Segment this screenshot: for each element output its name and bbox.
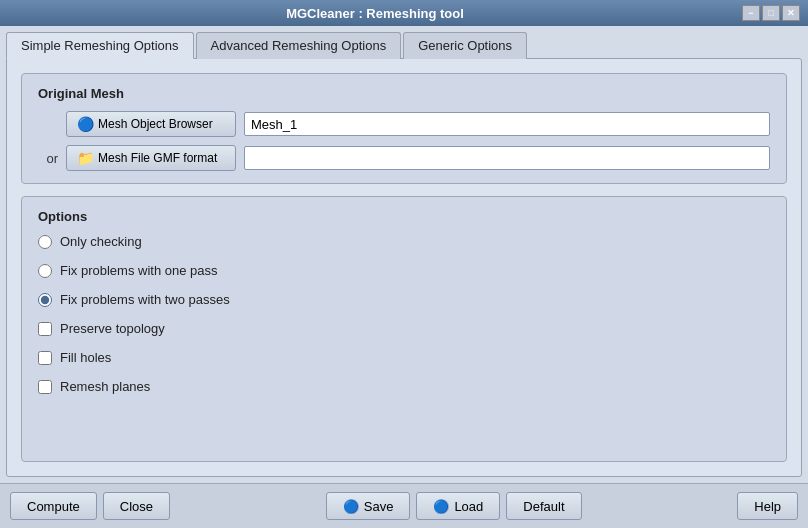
check-remesh-planes-input[interactable] [38, 380, 52, 394]
save-icon: 🔵 [343, 499, 359, 514]
mesh-browser-icon: 🔵 [77, 116, 93, 132]
help-button[interactable]: Help [737, 492, 798, 520]
radio-only-checking[interactable]: Only checking [38, 234, 770, 249]
load-icon: 🔵 [433, 499, 449, 514]
check-remesh-planes-label: Remesh planes [60, 379, 150, 394]
radio-fix-two-passes[interactable]: Fix problems with two passes [38, 292, 770, 307]
save-button[interactable]: 🔵 Save [326, 492, 411, 520]
original-mesh-section: Original Mesh 🔵 Mesh Object Browser or 📁… [21, 73, 787, 184]
window-controls[interactable]: − □ ✕ [742, 5, 800, 21]
tab-advanced-remeshing[interactable]: Advanced Remeshing Options [196, 32, 402, 59]
check-fill-holes-input[interactable] [38, 351, 52, 365]
mesh-file-row: or 📁 Mesh File GMF format [38, 145, 770, 171]
window-title: MGCleaner : Remeshing tool [8, 6, 742, 21]
check-remesh-planes[interactable]: Remesh planes [38, 379, 770, 394]
check-fill-holes-label: Fill holes [60, 350, 111, 365]
radio-fix-one-pass-input[interactable] [38, 264, 52, 278]
minimize-button[interactable]: − [742, 5, 760, 21]
or-label: or [38, 151, 58, 166]
original-mesh-label: Original Mesh [38, 86, 770, 101]
maximize-button[interactable]: □ [762, 5, 780, 21]
close-button[interactable]: ✕ [782, 5, 800, 21]
check-preserve-topology[interactable]: Preserve topology [38, 321, 770, 336]
check-preserve-topology-label: Preserve topology [60, 321, 165, 336]
options-all: Only checking Fix problems with one pass… [38, 234, 770, 394]
radio-fix-one-pass[interactable]: Fix problems with one pass [38, 263, 770, 278]
tab-content: Original Mesh 🔵 Mesh Object Browser or 📁… [6, 58, 802, 477]
mesh-file-button[interactable]: 📁 Mesh File GMF format [66, 145, 236, 171]
folder-icon: 📁 [77, 150, 93, 166]
tab-bar: Simple Remeshing Options Advanced Remesh… [6, 32, 802, 59]
radio-only-checking-input[interactable] [38, 235, 52, 249]
check-fill-holes[interactable]: Fill holes [38, 350, 770, 365]
radio-only-checking-label: Only checking [60, 234, 142, 249]
mesh-browser-row: 🔵 Mesh Object Browser [38, 111, 770, 137]
tab-simple-remeshing[interactable]: Simple Remeshing Options [6, 32, 194, 59]
radio-fix-one-pass-label: Fix problems with one pass [60, 263, 218, 278]
close-button-bottom[interactable]: Close [103, 492, 170, 520]
options-section: Options Only checking Fix problems with … [21, 196, 787, 462]
radio-fix-two-passes-label: Fix problems with two passes [60, 292, 230, 307]
tab-generic-options[interactable]: Generic Options [403, 32, 527, 59]
compute-button[interactable]: Compute [10, 492, 97, 520]
main-content: Simple Remeshing Options Advanced Remesh… [0, 26, 808, 483]
mesh-object-input[interactable] [244, 112, 770, 136]
options-label: Options [38, 209, 770, 224]
bottom-bar: Compute Close 🔵 Save 🔵 Load Default Help [0, 483, 808, 528]
default-button[interactable]: Default [506, 492, 581, 520]
load-button[interactable]: 🔵 Load [416, 492, 500, 520]
title-bar: MGCleaner : Remeshing tool − □ ✕ [0, 0, 808, 26]
check-preserve-topology-input[interactable] [38, 322, 52, 336]
radio-fix-two-passes-input[interactable] [38, 293, 52, 307]
mesh-file-input[interactable] [244, 146, 770, 170]
mesh-object-browser-button[interactable]: 🔵 Mesh Object Browser [66, 111, 236, 137]
